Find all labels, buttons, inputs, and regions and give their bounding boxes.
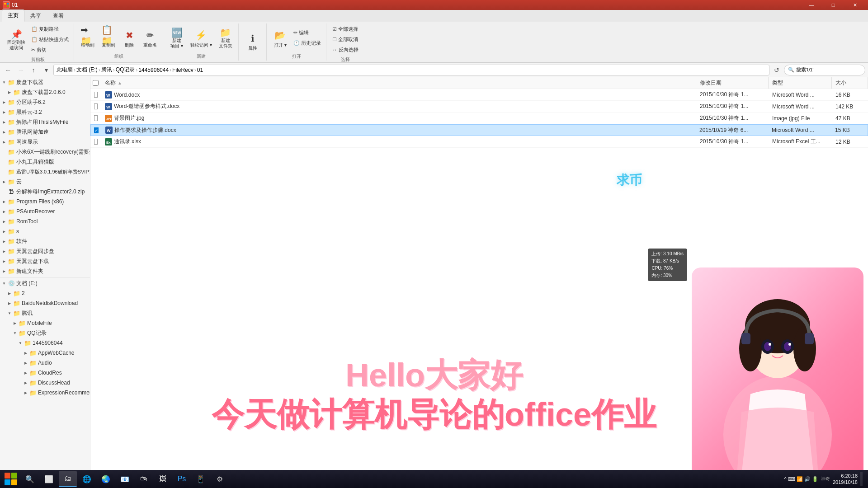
sidebar-item-programfiles[interactable]: ▶ 📁 Program Files (x86) bbox=[0, 197, 90, 206]
row-check[interactable] bbox=[90, 101, 101, 112]
taskbar-edge[interactable]: 🌐 bbox=[78, 471, 96, 487]
address-path[interactable]: 此电脑 › 文档 (E:) › 腾讯 › QQ记录 › 1445906044 ›… bbox=[53, 65, 769, 75]
easy-access-btn[interactable]: ⚡ 轻松访问 ▾ bbox=[188, 25, 215, 51]
sidebar-item-mobilefile[interactable]: ▶ 📁 MobileFile bbox=[0, 318, 90, 328]
sidebar-item-netspeed[interactable]: ▶ 📁 网速显示 bbox=[0, 137, 90, 147]
refresh-button[interactable]: ↺ bbox=[771, 65, 782, 75]
sidebar-item-2[interactable]: ▶ 📁 2 bbox=[0, 288, 90, 298]
sidebar-item-tianyi2[interactable]: ▶ 📁 天翼云盘下载 bbox=[0, 256, 90, 266]
taskbar-mail[interactable]: 📧 bbox=[116, 471, 134, 487]
tab-view[interactable]: 查看 bbox=[47, 10, 70, 22]
tab-home[interactable]: 主页 bbox=[2, 9, 24, 22]
sidebar-item-cloud[interactable]: ▶ 📁 云 bbox=[0, 177, 90, 187]
deselect-all-btn[interactable]: ☐ 全部取消 bbox=[330, 35, 361, 44]
sidebar-item-romtool[interactable]: ▶ 📁 RomTool bbox=[0, 216, 90, 226]
sidebar-item-xl[interactable]: 📁 迅雷U享版3.0.1.96破解年费SVIP7 bbox=[0, 167, 90, 177]
sidebar-item-qqid[interactable]: ▼ 📁 1445906044 bbox=[0, 338, 90, 348]
sidebar-item-psauto[interactable]: ▶ 📁 PSAutoRecover bbox=[0, 206, 90, 216]
maximize-button[interactable]: □ bbox=[823, 0, 844, 10]
tab-share[interactable]: 共享 bbox=[24, 10, 47, 22]
taskbar-store[interactable]: 🛍 bbox=[135, 471, 153, 487]
new-folder-btn[interactable]: 📁 新建文件夹 bbox=[216, 25, 236, 51]
show-desktop-btn[interactable] bbox=[860, 472, 863, 486]
move-to-btn[interactable]: ➡📁 移动到 bbox=[78, 25, 98, 51]
col-type[interactable]: 类型 bbox=[769, 77, 832, 89]
search-box[interactable]: 🔍 bbox=[784, 65, 865, 75]
sidebar-item-mi6[interactable]: 📁 小米6X一键线刷recovery(需要先 bbox=[0, 147, 90, 157]
table-row[interactable]: JPG 背景图片.jpg 2015/10/30 神奇 1... Image (j… bbox=[90, 113, 868, 124]
table-row[interactable]: W Word-邀请函参考样式.docx 2015/10/30 神奇 1... M… bbox=[90, 101, 868, 113]
history-btn[interactable]: 🕐 历史记录 bbox=[291, 38, 323, 48]
system-clock[interactable]: 6:20:18 2019/10/18 bbox=[833, 473, 858, 486]
taskbar-ps[interactable]: Ps bbox=[173, 471, 191, 487]
select-all-btn[interactable]: ☑ 全部选择 bbox=[330, 24, 361, 34]
col-date[interactable]: 修改日期 bbox=[696, 77, 769, 89]
table-row[interactable]: W Word.docx 2015/10/30 神奇 1... Microsoft… bbox=[90, 89, 868, 101]
table-row[interactable]: ✓ W 操作要求及操作步骤.docx 2015/10/19 神奇 6... Mi… bbox=[90, 124, 868, 136]
sidebar-item-tgame[interactable]: ▶ 📁 腾讯网游加速 bbox=[0, 127, 90, 137]
taskbar-app2[interactable]: ⚙ bbox=[211, 471, 229, 487]
taskbar-photos[interactable]: 🖼 bbox=[154, 471, 172, 487]
checkbox[interactable] bbox=[94, 115, 98, 121]
taskbar-ie[interactable]: 🌏 bbox=[97, 471, 115, 487]
paste-shortcut-btn[interactable]: 📋 粘贴快捷方式 bbox=[29, 35, 71, 44]
sidebar-item-newfolder[interactable]: ▶ 📁 新建文件夹 bbox=[0, 266, 90, 276]
taskbar-search[interactable]: 🔍 bbox=[21, 471, 39, 487]
path-sep-2: › bbox=[99, 67, 100, 73]
check-all[interactable] bbox=[93, 80, 99, 86]
copy-path-btn[interactable]: 📋 复制路径 bbox=[29, 24, 71, 34]
sidebar-item-imgextractor[interactable]: 🗜 分解神母ImgExtractor2.0.zip bbox=[0, 187, 90, 197]
sidebar-item-baidunet[interactable]: ▶ 📁 BaiduNetdiskDownload bbox=[0, 298, 90, 308]
sidebar-item-software[interactable]: ▶ 📁 软件 bbox=[0, 236, 90, 246]
sidebar-item-cloudres[interactable]: ▶ 📁 CloudRes bbox=[0, 368, 90, 378]
recent-locations-button[interactable]: ▾ bbox=[41, 65, 52, 75]
sidebar-item-tencent[interactable]: ▼ 📁 腾讯 bbox=[0, 308, 90, 318]
sidebar-item-qqrecord[interactable]: ▼ 📁 QQ记录 bbox=[0, 328, 90, 338]
sidebar-item-maruko[interactable]: 📁 小丸工具箱猫版 bbox=[0, 157, 90, 167]
row-check[interactable] bbox=[90, 89, 101, 100]
taskbar-explorer[interactable]: 🗂 bbox=[59, 471, 77, 487]
start-button[interactable] bbox=[2, 471, 20, 487]
sidebar-item-s[interactable]: ▶ 📁 s bbox=[0, 226, 90, 236]
edit-btn[interactable]: ✏ 编辑 bbox=[291, 28, 323, 38]
col-check[interactable] bbox=[90, 77, 101, 89]
sidebar-item-partassist[interactable]: ▶ 📁 分区助手6.2 bbox=[0, 97, 90, 107]
close-button[interactable]: ✕ bbox=[844, 0, 865, 10]
sidebar-item-expressionrecommend[interactable]: ▶ 📁 ExpressionRecommend bbox=[0, 388, 90, 398]
pin-btn[interactable]: 📌 固定到快速访问 bbox=[5, 27, 28, 52]
properties-btn[interactable]: ℹ 属性 bbox=[243, 28, 263, 54]
cut-btn[interactable]: ✂ 剪切 bbox=[29, 45, 71, 55]
checkbox[interactable] bbox=[94, 103, 98, 109]
row-check[interactable]: ✓ bbox=[91, 125, 102, 136]
sidebar-item-heike[interactable]: ▶ 📁 黑科云-3.2 bbox=[0, 107, 90, 117]
search-input[interactable] bbox=[796, 67, 861, 73]
new-item-btn[interactable]: 🆕 新建项目 ▾ bbox=[167, 25, 187, 51]
checkbox[interactable] bbox=[94, 139, 98, 145]
row-check[interactable] bbox=[90, 113, 101, 124]
sidebar-item-unlock[interactable]: ▶ 📁 解除占用ThisIsMyFile bbox=[0, 117, 90, 127]
invert-select-btn[interactable]: ↔ 反向选择 bbox=[330, 45, 361, 55]
table-row[interactable]: Ex 通讯录.xlsx 2015/10/30 神奇 1... Microsoft… bbox=[90, 136, 868, 148]
sidebar-item-appwebcache[interactable]: ▶ 📁 AppWebCache bbox=[0, 348, 90, 358]
taskbar-app1[interactable]: 📱 bbox=[192, 471, 210, 487]
col-name[interactable]: 名称 ▲ bbox=[101, 77, 696, 89]
sidebar-item-downloader[interactable]: ▼ 📁 废盘下载器 bbox=[0, 77, 90, 87]
checkbox[interactable]: ✓ bbox=[94, 127, 99, 133]
forward-button[interactable]: → bbox=[15, 65, 26, 75]
sidebar-item-audio[interactable]: ▶ 📁 Audio bbox=[0, 358, 90, 368]
sidebar-item-edrive[interactable]: ▼ 💿 文档 (E:) bbox=[0, 278, 90, 288]
copy-to-btn[interactable]: 📋📁 复制到 bbox=[99, 25, 118, 51]
row-check[interactable] bbox=[90, 136, 101, 147]
taskbar-taskview[interactable]: ⬜ bbox=[40, 471, 58, 487]
sidebar-item-downloader-sub[interactable]: ▶ 📁 废盘下载器2.0.6.0 bbox=[0, 87, 90, 97]
back-button[interactable]: ← bbox=[3, 65, 14, 75]
checkbox[interactable] bbox=[94, 92, 98, 98]
delete-btn[interactable]: ✖ 删除 bbox=[119, 25, 139, 51]
sidebar-item-discusshead[interactable]: ▶ 📁 DiscussHead bbox=[0, 378, 90, 388]
minimize-button[interactable]: — bbox=[801, 0, 822, 10]
open-btn[interactable]: 📂 打开 ▾ bbox=[270, 25, 290, 51]
up-button[interactable]: ↑ bbox=[28, 65, 39, 75]
rename-btn[interactable]: ✏ 重命名 bbox=[140, 25, 160, 51]
sidebar-item-tianyi1[interactable]: ▶ 📁 天翼云盘同步盘 bbox=[0, 246, 90, 256]
col-size[interactable]: 大小 bbox=[832, 77, 868, 89]
